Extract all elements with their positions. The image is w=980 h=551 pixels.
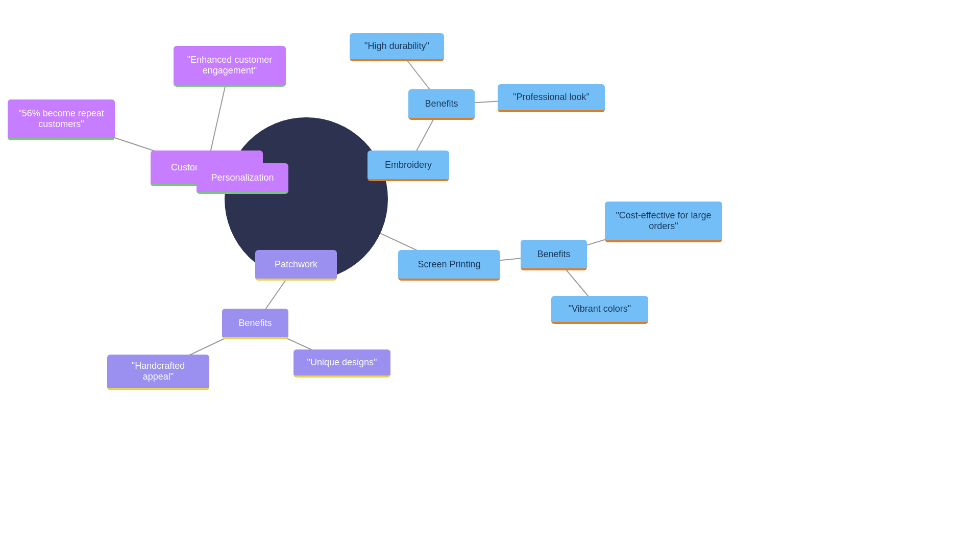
unique-designs: "Unique designs" xyxy=(293,349,390,378)
personalization: Personalization xyxy=(197,163,288,194)
high-durability: "High durability" xyxy=(350,33,444,61)
embroidery: Embroidery xyxy=(368,151,449,181)
professional-look: "Professional look" xyxy=(498,84,605,112)
vibrant-colors: "Vibrant colors" xyxy=(551,296,648,324)
cost-effective: "Cost-effective for large orders" xyxy=(605,202,722,242)
patchwork: Patchwork xyxy=(255,250,337,281)
enhanced-engagement: "Enhanced customer engagement" xyxy=(174,46,286,87)
handcrafted: "Handcrafted appeal" xyxy=(107,355,209,390)
repeat-customers: "56% become repeat customers" xyxy=(8,99,115,140)
sp-benefits: Benefits xyxy=(521,240,587,270)
screen-printing: Screen Printing xyxy=(398,250,500,281)
patchwork-benefits: Benefits xyxy=(222,309,288,339)
embroidery-benefits: Benefits xyxy=(408,89,475,120)
